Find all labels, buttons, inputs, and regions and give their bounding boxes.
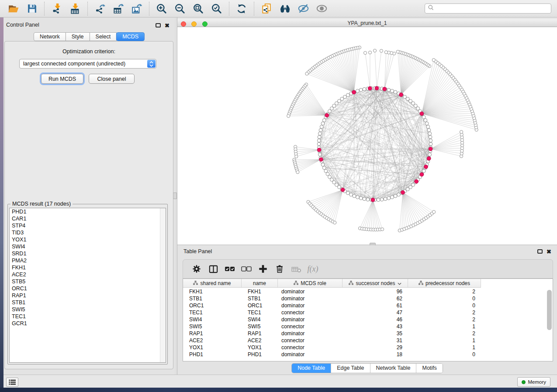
list-item[interactable]: SWI4 (10, 243, 166, 250)
select-all-icon[interactable] (224, 263, 236, 275)
list-item[interactable]: FKH1 (10, 264, 166, 271)
run-mcds-button[interactable]: Run MCDS (41, 74, 83, 84)
open-icon[interactable] (7, 2, 20, 15)
table-cell: SWI4 (183, 316, 242, 323)
table-row[interactable]: ORC1ORC1dominator610 (183, 302, 546, 309)
list-item[interactable]: PHD1 (10, 208, 166, 215)
export-image-icon[interactable] (130, 2, 143, 15)
list-item[interactable]: CAR1 (10, 215, 166, 222)
zoom-selected-icon[interactable] (210, 2, 223, 15)
table-cell: 2 (408, 316, 481, 323)
import-network-icon[interactable] (50, 2, 63, 15)
table-cell: 0 (408, 296, 481, 302)
chevron-down-icon[interactable] (398, 280, 401, 286)
add-column-icon[interactable] (257, 263, 269, 275)
network-canvas[interactable] (177, 27, 557, 244)
close-panel-icon[interactable]: ✖ (547, 250, 551, 254)
deselect-all-icon[interactable] (240, 263, 253, 275)
task-list-button[interactable] (6, 378, 18, 387)
table-cell: dominator (278, 316, 343, 323)
table-row[interactable]: SWI4SWI4dominator462 (183, 316, 546, 323)
close-panel-button[interactable]: Close panel (89, 74, 135, 84)
export-network-icon[interactable] (93, 2, 107, 15)
tab-motifs[interactable]: Motifs (416, 364, 442, 373)
list-icon (9, 379, 16, 385)
table-row[interactable]: TEC1TEC1connector472 (183, 309, 546, 316)
node-table[interactable]: shared namenameMCDS rolesuccessor nodesp… (183, 279, 553, 361)
table-cell: STB1 (242, 296, 278, 302)
list-item[interactable]: RAP1 (10, 292, 166, 299)
float-panel-icon[interactable] (156, 23, 161, 28)
table-cell: ACE2 (242, 337, 278, 344)
list-scrollbar[interactable] (160, 208, 166, 362)
selected-option-label: largest connected component (undirected) (23, 61, 125, 67)
show-columns-icon[interactable] (207, 263, 219, 275)
zoom-window-icon[interactable] (202, 21, 208, 27)
search-field[interactable] (434, 6, 551, 12)
list-item[interactable]: TID3 (10, 229, 166, 236)
list-item[interactable]: GCR1 (10, 320, 166, 327)
list-item[interactable]: SRD1 (10, 250, 166, 257)
column-header-successor-nodes[interactable]: successor nodes (343, 279, 408, 287)
save-icon[interactable] (25, 2, 38, 15)
tab-style[interactable]: Style (66, 32, 90, 41)
list-item[interactable]: STB5 (10, 278, 166, 285)
column-header-predecessor-nodes[interactable]: predecessor nodes (408, 279, 481, 287)
fx-label: f(x) (308, 265, 318, 274)
list-item[interactable]: YOX1 (10, 236, 166, 243)
float-panel-icon[interactable] (537, 249, 543, 254)
tab-network-table[interactable]: Network Table (370, 364, 416, 373)
list-item[interactable]: ACE2 (10, 271, 166, 278)
list-item[interactable]: TEC1 (10, 313, 166, 320)
column-header-name[interactable]: name (242, 279, 278, 287)
tab-node-table[interactable]: Node Table (292, 364, 331, 373)
binoculars-icon[interactable] (278, 2, 291, 15)
table-cell: 1 (408, 344, 481, 351)
table-settings-gear-icon[interactable] (190, 263, 203, 275)
table-row[interactable]: ACE2ACE2connector311 (183, 337, 546, 344)
refresh-icon[interactable] (235, 2, 248, 15)
table-cell: ACE2 (183, 337, 242, 344)
copy-network-icon[interactable] (260, 2, 273, 15)
table-row[interactable]: FKH1FKH1dominator962 (183, 288, 546, 295)
zoom-out-icon[interactable] (173, 2, 187, 15)
table-panel-title: Table Panel (183, 248, 212, 254)
divider-grip[interactable] (173, 193, 177, 199)
column-header-shared-name[interactable]: shared name (183, 279, 242, 287)
minimize-window-icon[interactable] (191, 21, 197, 27)
zoom-in-icon[interactable] (155, 2, 168, 15)
table-row[interactable]: RAP1RAP1dominator352 (183, 330, 546, 337)
delete-column-icon[interactable] (273, 263, 286, 275)
network-graph[interactable] (177, 27, 557, 244)
zoom-fit-icon[interactable] (192, 2, 205, 15)
optimization-criterion-select[interactable]: largest connected component (undirected) (19, 59, 156, 69)
import-table-icon[interactable] (69, 2, 82, 15)
list-item[interactable]: ORC1 (10, 285, 166, 292)
table-cell: SWI5 (242, 323, 278, 330)
tab-edge-table[interactable]: Edge Table (331, 364, 370, 373)
table-cell: dominator (278, 296, 343, 302)
memory-button[interactable]: Memory (517, 377, 550, 387)
eye-slash-icon[interactable] (297, 2, 310, 15)
column-header-MCDS-role[interactable]: MCDS role (278, 279, 343, 287)
list-item[interactable]: PMA2 (10, 257, 166, 264)
eye-icon[interactable] (315, 2, 328, 15)
list-item[interactable]: STP4 (10, 222, 166, 229)
export-table-icon[interactable] (112, 2, 125, 15)
close-window-icon[interactable] (181, 21, 186, 27)
tab-select[interactable]: Select (90, 32, 117, 41)
table-scrollbar[interactable] (547, 290, 552, 330)
list-item[interactable]: SWI5 (10, 306, 166, 313)
table-row[interactable]: YOX1YOX1connector291 (183, 344, 546, 351)
table-row[interactable]: STB1STB1dominator620 (183, 295, 546, 302)
mcds-result-list[interactable]: PHD1CAR1STP4TID3YOX1SWI4SRD1PMA2FKH1ACE2… (9, 208, 166, 363)
close-panel-icon[interactable]: ✖ (165, 24, 170, 28)
list-item[interactable]: STB1 (10, 299, 166, 306)
table-cell: dominator (278, 303, 343, 309)
tab-network[interactable]: Network (34, 32, 66, 41)
network-window-titlebar[interactable]: YPA_prune.txt_1 (177, 19, 557, 27)
table-row[interactable]: SWI5SWI5connector431 (183, 323, 546, 330)
table-row[interactable]: PHD1PHD1dominator180 (183, 351, 546, 358)
search-input[interactable] (425, 3, 551, 14)
tab-mcds[interactable]: MCDS (116, 32, 145, 41)
